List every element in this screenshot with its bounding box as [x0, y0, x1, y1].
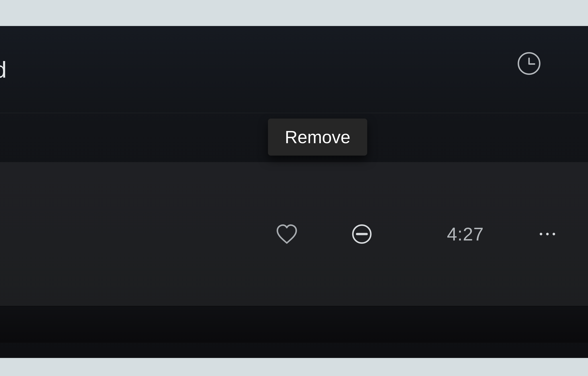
svg-point-5 [553, 233, 555, 235]
circle-minus-icon [350, 223, 373, 246]
like-button[interactable] [275, 223, 298, 246]
column-header-text-fragment: d [0, 57, 7, 83]
tooltip-label: Remove [285, 127, 350, 147]
track-row-actions: 4:27 [275, 223, 559, 246]
column-header-row: d [0, 26, 588, 113]
svg-point-3 [540, 233, 542, 235]
heart-icon [275, 223, 298, 245]
more-options-button[interactable] [536, 223, 559, 246]
clock-icon [516, 51, 542, 76]
remove-tooltip: Remove [268, 119, 367, 156]
panel-footer-strip [0, 306, 588, 343]
track-duration: 4:27 [447, 223, 484, 245]
ellipsis-icon [538, 231, 557, 237]
track-row[interactable]: 4:27 [0, 162, 588, 306]
remove-button[interactable] [350, 223, 373, 246]
track-list-panel: d 4:27 [0, 26, 588, 358]
svg-point-4 [546, 233, 549, 235]
column-duration-header[interactable] [516, 51, 542, 76]
